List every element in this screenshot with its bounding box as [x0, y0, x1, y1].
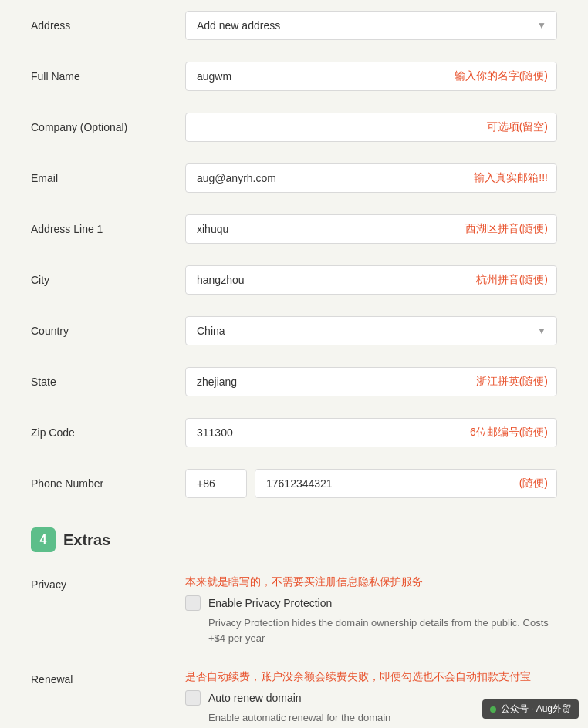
fullname-control: 输入你的名字(随便)	[185, 62, 557, 91]
state-row: State 浙江拼英(随便)	[31, 356, 557, 407]
address-line1-input-wrapper: 西湖区拼音(随便)	[185, 214, 557, 244]
fullname-input-wrapper: 输入你的名字(随便)	[185, 62, 557, 91]
phone-control: (随便)	[185, 469, 557, 498]
address-line1-label: Address Line 1	[31, 223, 185, 235]
email-input-wrapper: 输入真实邮箱!!!	[185, 163, 557, 193]
fullname-row: Full Name 输入你的名字(随便)	[31, 51, 557, 102]
fullname-label: Full Name	[31, 70, 185, 83]
email-input[interactable]	[185, 163, 557, 193]
address-row: Address Add new address ▼	[31, 0, 557, 51]
state-input[interactable]	[185, 367, 557, 396]
watermark: 公众号 · Aug外贸	[482, 699, 579, 719]
section-title: Extras	[63, 531, 110, 549]
state-control: 浙江拼英(随便)	[185, 367, 557, 396]
company-input[interactable]	[185, 113, 557, 142]
city-input-wrapper: 杭州拼音(随便)	[185, 265, 557, 295]
country-select[interactable]: China United States United Kingdom	[185, 316, 557, 345]
privacy-label: Privacy	[31, 575, 185, 591]
zipcode-input-wrapper: 6位邮编号(随便)	[185, 418, 557, 447]
email-control: 输入真实邮箱!!!	[185, 163, 557, 193]
zipcode-label: Zip Code	[31, 426, 185, 439]
city-input[interactable]	[185, 265, 557, 295]
email-label: Email	[31, 172, 185, 184]
privacy-checkbox[interactable]	[185, 595, 201, 611]
watermark-dot	[490, 706, 496, 713]
renewal-label: Renewal	[31, 670, 185, 686]
country-label: Country	[31, 325, 185, 337]
address-line1-input[interactable]	[185, 214, 557, 244]
company-row: Company (Optional) 可选项(留空)	[31, 102, 557, 153]
phone-row: Phone Number (随便)	[31, 458, 557, 509]
phone-number-wrapper: (随便)	[255, 469, 557, 498]
city-control: 杭州拼音(随便)	[185, 265, 557, 295]
state-input-wrapper: 浙江拼英(随便)	[185, 367, 557, 396]
company-input-wrapper: 可选项(留空)	[185, 113, 557, 142]
zipcode-input[interactable]	[185, 418, 557, 447]
extras-section: 4 Extras Privacy 本来就是瞎写的，不需要买注册信息隐私保护服务 …	[31, 527, 557, 728]
section-number-badge: 4	[31, 527, 56, 552]
address-control: Add new address ▼	[185, 11, 557, 40]
zipcode-control: 6位邮编号(随便)	[185, 418, 557, 447]
city-label: City	[31, 274, 185, 286]
company-label: Company (Optional)	[31, 121, 185, 133]
privacy-content: 本来就是瞎写的，不需要买注册信息隐私保护服务 Enable Privacy Pr…	[185, 575, 557, 645]
privacy-checkbox-row: Enable Privacy Protection	[185, 595, 557, 611]
privacy-checkbox-label: Enable Privacy Protection	[208, 597, 332, 609]
address-select[interactable]: Add new address	[185, 11, 557, 40]
privacy-row: Privacy 本来就是瞎写的，不需要买注册信息隐私保护服务 Enable Pr…	[31, 568, 557, 653]
renewal-warning: 是否自动续费，账户没余额会续费失败，即便勾选也不会自动扣款支付宝	[185, 670, 557, 684]
renewal-row: Renewal 是否自动续费，账户没余额会续费失败，即便勾选也不会自动扣款支付宝…	[31, 662, 557, 728]
phone-code-input[interactable]	[185, 469, 247, 498]
phone-label: Phone Number	[31, 477, 185, 490]
company-control: 可选项(留空)	[185, 113, 557, 142]
address-select-wrapper: Add new address ▼	[185, 11, 557, 40]
phone-code-wrapper	[185, 469, 247, 498]
phone-number-input[interactable]	[255, 469, 557, 498]
email-row: Email 输入真实邮箱!!!	[31, 153, 557, 204]
address-line1-control: 西湖区拼音(随便)	[185, 214, 557, 244]
renewal-checkbox-label: Auto renew domain	[208, 692, 302, 704]
extras-header: 4 Extras	[31, 527, 557, 552]
zipcode-row: Zip Code 6位邮编号(随便)	[31, 407, 557, 458]
privacy-warning: 本来就是瞎写的，不需要买注册信息隐私保护服务	[185, 575, 557, 589]
privacy-checkbox-desc: Privacy Protection hides the domain owne…	[208, 615, 557, 645]
watermark-text: 公众号 · Aug外贸	[501, 703, 571, 716]
address-line1-row: Address Line 1 西湖区拼音(随便)	[31, 204, 557, 254]
state-label: State	[31, 376, 185, 388]
country-row: Country China United States United Kingd…	[31, 305, 557, 356]
fullname-input[interactable]	[185, 62, 557, 91]
address-form: Address Add new address ▼ Full Name 输入你的…	[31, 0, 557, 509]
phone-fields: (随便)	[185, 469, 557, 498]
address-label: Address	[31, 19, 185, 32]
country-control: China United States United Kingdom ▼	[185, 316, 557, 345]
city-row: City 杭州拼音(随便)	[31, 254, 557, 305]
country-select-wrapper: China United States United Kingdom ▼	[185, 316, 557, 345]
renewal-checkbox[interactable]	[185, 690, 201, 706]
